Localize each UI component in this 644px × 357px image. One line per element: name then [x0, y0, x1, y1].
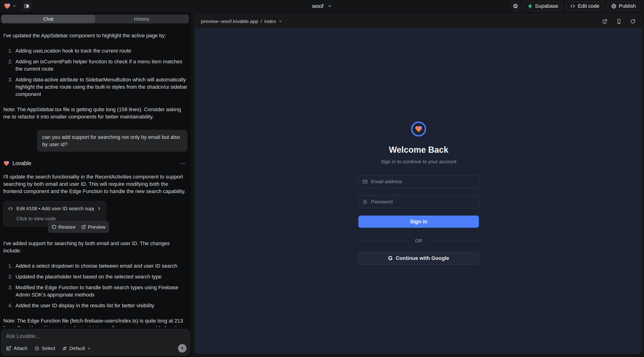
chevron-down-icon [12, 4, 16, 8]
tab-history[interactable]: History [95, 15, 188, 23]
divider-line [428, 241, 479, 241]
preview-page: index [264, 18, 276, 24]
preview-url: preview--woof.lovable.app [201, 18, 258, 24]
attach-label: Attach [14, 346, 28, 351]
lovable-heart-icon [4, 2, 11, 10]
google-g-icon: G [388, 255, 392, 262]
list-item: Updated the placeholder text based on th… [14, 273, 188, 280]
preview-button[interactable]: Preview [81, 223, 106, 230]
assistant-list: Added a select dropdown to choose betwee… [3, 262, 188, 309]
send-arrow-icon [180, 346, 184, 351]
assistant-paragraph: I've added support for searching by both… [3, 240, 188, 254]
chevron-down-icon [87, 346, 91, 350]
lock-icon [362, 199, 368, 204]
user-message-bubble: can you add support for searching not on… [37, 130, 188, 152]
model-selector[interactable]: Default [62, 346, 91, 351]
chat-panel: Chat History I've updated the AppSidebar… [0, 12, 191, 357]
edit-code-button[interactable]: Edit code [566, 2, 604, 11]
edit-card-toolbar: Restore Preview [48, 221, 109, 233]
google-sign-in-button[interactable]: G Continue with Google [358, 252, 479, 264]
top-bar: woof ⚙ Supabase Edit code Publish [0, 0, 644, 12]
list-item: Modified the Edge Function to handle bot… [14, 284, 188, 298]
code-icon [570, 3, 576, 9]
code-icon [8, 206, 13, 211]
list-item: Added the user ID display in the results… [14, 302, 188, 309]
sign-in-button[interactable]: Sign in [358, 216, 479, 228]
password-field[interactable] [358, 196, 479, 208]
url-separator: / [260, 18, 262, 24]
select-target-icon [34, 346, 40, 351]
assistant-paragraph: I'll update the search functionality in … [3, 173, 188, 195]
list-item: Added a select dropdown to choose betwee… [14, 262, 188, 270]
preview-label: Preview [88, 223, 106, 230]
email-field[interactable] [358, 175, 479, 188]
chat-composer: Attach Select Default [1, 329, 190, 356]
sidebar-toggle-button[interactable] [22, 2, 32, 11]
login-card: Welcome Back Sign in to continue to your… [358, 122, 479, 264]
project-name: woof [312, 3, 324, 10]
edit-card-title: Edit #108 • Add user ID search supp... [16, 205, 94, 212]
attach-button[interactable]: Attach [6, 346, 28, 351]
attach-image-icon [6, 346, 12, 351]
list-item: Adding useLocation hook to track the cur… [14, 47, 188, 54]
mobile-view-icon[interactable] [616, 18, 622, 24]
preview-frame: preview--woof.lovable.app / index [195, 14, 642, 354]
preview-header: preview--woof.lovable.app / index [195, 14, 642, 28]
lovable-app: woof ⚙ Supabase Edit code Publish [0, 0, 644, 357]
chevron-right-icon [97, 206, 102, 211]
user-message-row: can you add support for searching not on… [3, 130, 188, 152]
or-divider: OR [358, 238, 479, 244]
restore-button[interactable]: Restore [52, 223, 76, 230]
edit-code-card[interactable]: Edit #108 • Add user ID search supp... C… [3, 201, 106, 226]
chat-transcript: I've updated the AppSidebar component to… [0, 27, 191, 327]
open-in-new-tab-icon[interactable] [602, 18, 608, 24]
heart-logo-icon [415, 125, 422, 133]
send-button[interactable] [178, 344, 186, 352]
restore-icon [52, 224, 56, 230]
edit-code-label: Edit code [578, 3, 600, 9]
divider-line [358, 241, 409, 241]
panel-left-icon [24, 3, 30, 9]
assistant-list: Adding useLocation hook to track the cur… [3, 47, 188, 98]
app-logo [411, 122, 426, 136]
supabase-bolt-icon [528, 4, 532, 9]
tab-chat[interactable]: Chat [2, 15, 95, 23]
refresh-icon[interactable] [630, 18, 636, 24]
assistant-header: Lovable [3, 160, 188, 167]
external-link-icon [81, 224, 86, 230]
select-label: Select [42, 346, 55, 351]
assistant-note: Note: The Edge Function file (fetch-fire… [3, 317, 188, 327]
chevron-down-icon [278, 19, 282, 23]
settings-button[interactable]: ⚙ [511, 2, 520, 11]
select-button[interactable]: Select [34, 346, 55, 351]
publish-label: Publish [619, 3, 636, 9]
assistant-paragraph: I've updated the AppSidebar component to… [3, 32, 188, 39]
list-item: Adding data-active attribute to SidebarM… [14, 76, 188, 98]
supabase-button[interactable]: Supabase [523, 2, 562, 11]
login-title: Welcome Back [358, 145, 479, 155]
email-input[interactable] [371, 179, 475, 184]
chevron-down-icon [327, 4, 332, 8]
globe-icon [611, 4, 616, 9]
envelope-icon [362, 179, 368, 184]
assistant-name: Lovable [12, 160, 32, 167]
lovable-heart-icon [3, 160, 10, 166]
gear-icon: ⚙ [513, 3, 518, 9]
lovable-logo-menu[interactable] [4, 2, 16, 10]
model-label: Default [70, 346, 85, 351]
chat-history-tabs: Chat History [1, 14, 189, 24]
google-button-label: Continue with Google [396, 255, 449, 261]
publish-button[interactable]: Publish [607, 2, 640, 11]
sliders-icon [62, 346, 67, 351]
more-options-icon[interactable] [180, 160, 186, 166]
supabase-label: Supabase [535, 3, 558, 9]
login-subtitle: Sign in to continue to your account [358, 159, 479, 164]
password-input[interactable] [371, 199, 475, 204]
restore-label: Restore [58, 223, 76, 230]
assistant-note: Note: The AppSidebar.tsx file is getting… [3, 106, 188, 120]
divider-label: OR [415, 238, 422, 244]
preview-url-bar[interactable]: preview--woof.lovable.app / index [201, 18, 282, 24]
list-item: Adding an isCurrentPath helper function … [14, 58, 188, 72]
project-switcher[interactable]: woof [312, 3, 332, 10]
chat-input[interactable] [6, 333, 185, 340]
